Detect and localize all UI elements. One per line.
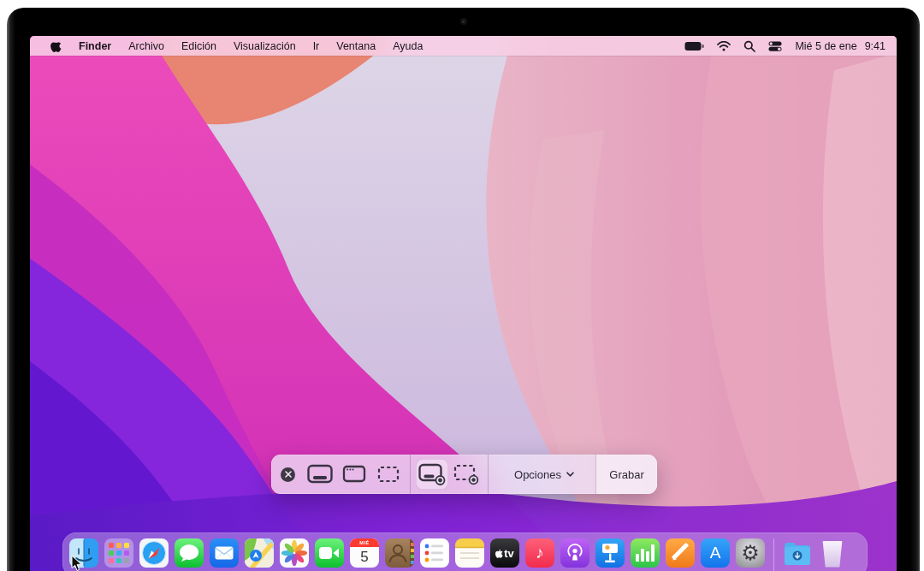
dock-item-apple-tv[interactable]: tv bbox=[490, 538, 519, 568]
trash-icon bbox=[821, 541, 844, 568]
menu-bar: Finder Archivo Edición Visualización Ir … bbox=[30, 36, 897, 56]
capture-window-button[interactable] bbox=[337, 455, 371, 494]
clock-time: 9:41 bbox=[865, 40, 886, 52]
options-label: Opciones bbox=[514, 468, 561, 481]
appstore-a-glyph: A bbox=[710, 544, 721, 562]
music-note-glyph: ♪ bbox=[536, 544, 544, 562]
dock-item-notes[interactable] bbox=[455, 538, 484, 568]
menu-item-ayuda[interactable]: Ayuda bbox=[384, 40, 431, 52]
dock-item-maps[interactable] bbox=[245, 538, 274, 568]
dock-separator bbox=[773, 538, 774, 571]
dock-item-launchpad[interactable] bbox=[104, 538, 133, 568]
dock-item-calendar[interactable]: MIÉ 5 bbox=[350, 538, 379, 568]
apple-glyph bbox=[495, 549, 503, 558]
record-entire-screen-button[interactable] bbox=[415, 455, 449, 494]
chevron-down-icon bbox=[566, 472, 574, 477]
toolbar-divider bbox=[410, 455, 411, 494]
menu-item-edicion[interactable]: Edición bbox=[173, 40, 225, 52]
gear-icon: ⚙ bbox=[741, 543, 760, 563]
macbook-bezel: Finder Archivo Edición Visualización Ir … bbox=[7, 8, 920, 571]
dock-item-reminders[interactable] bbox=[420, 538, 449, 568]
control-center-icon[interactable] bbox=[768, 41, 782, 51]
screen: Finder Archivo Edición Visualización Ir … bbox=[30, 36, 897, 571]
dock-item-pages[interactable] bbox=[666, 538, 695, 568]
dock-item-app-store[interactable]: A bbox=[701, 538, 730, 568]
menu-item-ir[interactable]: Ir bbox=[305, 40, 329, 52]
menu-item-archivo[interactable]: Archivo bbox=[120, 40, 173, 52]
appletv-label: tv bbox=[504, 547, 514, 560]
menubar-clock[interactable]: Mié 5 de ene 9:41 bbox=[795, 40, 886, 52]
capture-selection-button[interactable] bbox=[371, 455, 406, 494]
dock-item-downloads[interactable] bbox=[783, 538, 812, 568]
dock-item-podcasts[interactable] bbox=[560, 538, 589, 568]
dock-item-numbers[interactable] bbox=[631, 538, 660, 568]
search-icon[interactable] bbox=[743, 40, 755, 52]
menu-item-finder[interactable]: Finder bbox=[70, 40, 120, 52]
dock-item-safari[interactable] bbox=[139, 538, 169, 568]
calendar-weekday: MIÉ bbox=[350, 538, 379, 547]
dock-item-facetime[interactable] bbox=[315, 538, 344, 568]
mouse-cursor bbox=[71, 555, 84, 571]
dock-item-mail[interactable] bbox=[210, 538, 239, 568]
toolbar-divider bbox=[488, 455, 489, 494]
record-button-label: Grabar bbox=[609, 468, 643, 481]
screenshot-toolbar: Opciones Grabar bbox=[271, 455, 657, 494]
menu-item-visualizacion[interactable]: Visualización bbox=[225, 40, 305, 52]
dock-item-music[interactable]: ♪ bbox=[525, 538, 554, 568]
dock-item-photos[interactable] bbox=[280, 538, 309, 568]
dock-item-system-preferences[interactable]: ⚙ bbox=[736, 538, 765, 568]
calendar-day: 5 bbox=[350, 547, 379, 568]
capture-entire-screen-button[interactable] bbox=[303, 455, 337, 494]
close-icon[interactable] bbox=[281, 467, 295, 482]
dock: MIÉ 5 bbox=[62, 532, 868, 571]
dock-item-messages[interactable] bbox=[175, 538, 204, 568]
apple-menu-icon[interactable] bbox=[50, 39, 62, 52]
dock-item-contacts[interactable] bbox=[385, 538, 414, 568]
record-button[interactable]: Grabar bbox=[595, 455, 657, 494]
clock-date: Mié 5 de ene bbox=[795, 40, 856, 52]
dock-item-trash[interactable] bbox=[818, 538, 847, 568]
record-selection-button[interactable] bbox=[449, 455, 483, 494]
dock-item-keynote[interactable] bbox=[595, 538, 625, 568]
menu-item-ventana[interactable]: Ventana bbox=[328, 40, 384, 52]
webcam-dot bbox=[460, 18, 467, 25]
battery-icon[interactable] bbox=[684, 41, 704, 51]
wifi-icon[interactable] bbox=[717, 41, 731, 51]
options-dropdown[interactable]: Opciones bbox=[493, 455, 595, 494]
